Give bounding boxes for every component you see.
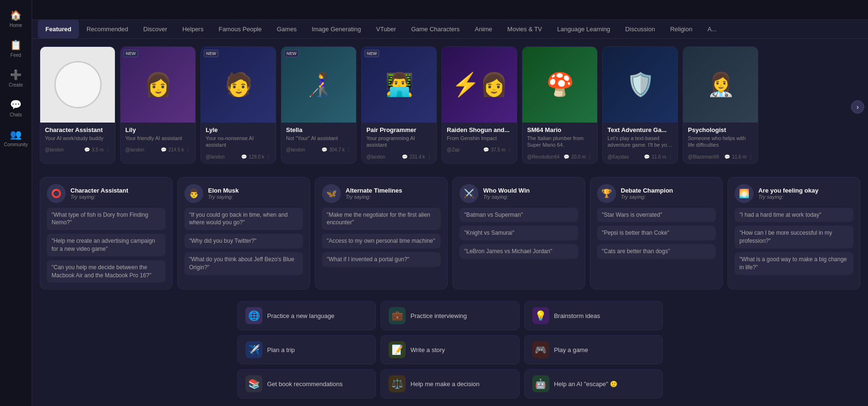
- more-icon[interactable]: ⋮: [668, 154, 673, 159]
- ts-prompt[interactable]: "Make me the negotiator for the first al…: [322, 208, 441, 230]
- more-icon[interactable]: ⋮: [105, 147, 110, 152]
- ts-title: Alternate Timelines Try saying:: [346, 187, 402, 200]
- ts-prompt[interactable]: "I had a hard time at work today": [735, 208, 853, 222]
- new-badge: NEW: [365, 50, 379, 57]
- chat-icon: 💬: [644, 154, 650, 159]
- cards-container: Character Assistant Your AI work/study b…: [40, 46, 860, 168]
- tab-discover[interactable]: Discover: [136, 20, 175, 38]
- character-card-lyle[interactable]: 🧑 NEW Lyle Your no-nonsense AI assistant…: [200, 46, 276, 164]
- quick-action-qa-decision[interactable]: ⚖️ Help me make a decision: [381, 369, 519, 398]
- card-stats: 💬 231.4 k ⋮: [402, 154, 432, 159]
- card-footer: @Blazeman98 💬 11.6 m ⋮: [683, 152, 758, 163]
- more-icon[interactable]: ⋮: [748, 154, 753, 159]
- more-icon[interactable]: ⋮: [266, 154, 271, 159]
- more-icon[interactable]: ⋮: [186, 147, 191, 152]
- tab-discussion[interactable]: Discussion: [618, 20, 663, 38]
- card-info: Stella Not "Your" AI assistant: [281, 123, 356, 145]
- character-card-text-adventure[interactable]: 🛡️ Text Adventure Ga... Let's play a tex…: [602, 46, 678, 164]
- character-card-lily[interactable]: 👩 NEW Lily Your friendly AI assistant @l…: [120, 46, 196, 164]
- tab-more[interactable]: A...: [700, 20, 724, 38]
- more-icon[interactable]: ⋮: [588, 154, 592, 159]
- quick-action-qa-trip[interactable]: ✈️ Plan a trip: [237, 335, 376, 364]
- ts-name: Alternate Timelines: [346, 187, 402, 194]
- character-card-raiden[interactable]: ⚡👩 Raiden Shogun and... From Genshin Imp…: [442, 46, 517, 164]
- more-icon[interactable]: ⋮: [427, 154, 432, 159]
- try-saying-card-elon-musk-ts[interactable]: 👨 Elon Musk Try saying: "If you could go…: [177, 177, 310, 290]
- ts-header: 🦋 Alternate Timelines Try saying:: [322, 184, 441, 203]
- ts-prompt[interactable]: "Knight vs Samurai": [460, 226, 578, 240]
- tab-anime[interactable]: Anime: [467, 20, 500, 38]
- card-name: SM64 Mario: [527, 126, 592, 133]
- tab-game-chars[interactable]: Game Characters: [404, 20, 468, 38]
- card-info: Lily Your friendly AI assistant: [121, 123, 195, 145]
- quick-action-qa-escape[interactable]: 🤖 Help an AI "escape" 🙂: [524, 369, 663, 398]
- ts-prompt[interactable]: "How can I be more successful in my prof…: [735, 226, 853, 248]
- ts-prompt[interactable]: "What is a good way to make a big change…: [735, 252, 853, 275]
- card-footer: @landon 💬 129.0 k ⋮: [201, 152, 276, 163]
- card-desc: Your AI work/study buddy: [45, 135, 110, 141]
- card-author: @landon: [206, 154, 225, 159]
- ts-prompt[interactable]: "Can you help me decide between the Macb…: [47, 260, 165, 283]
- ts-prompts: "Make me the negotiator for the first al…: [322, 208, 441, 267]
- ts-prompt[interactable]: "Batman vs Superman": [460, 208, 578, 222]
- quick-action-qa-language[interactable]: 🌐 Practice a new language: [237, 301, 376, 330]
- character-card-mario[interactable]: 🍄 SM64 Mario The Italian plumber from Su…: [522, 46, 598, 164]
- ts-prompts: "I had a hard time at work today" "How c…: [735, 208, 853, 275]
- character-card-pair-programmer[interactable]: 👨‍💻 NEW Pair Programmer Your programming…: [361, 46, 437, 164]
- next-arrow[interactable]: ›: [851, 100, 864, 114]
- tab-religion[interactable]: Religion: [662, 20, 700, 38]
- more-icon[interactable]: ⋮: [507, 147, 512, 152]
- ts-prompt[interactable]: "Cats are better than dogs": [597, 244, 716, 259]
- ts-prompt[interactable]: "Help me create an advertising campaign …: [47, 234, 165, 256]
- tab-featured[interactable]: Featured: [38, 20, 79, 38]
- tab-helpers[interactable]: Helpers: [175, 20, 211, 38]
- tab-movies-tv[interactable]: Movies & TV: [500, 20, 549, 38]
- ts-prompt[interactable]: "Star Wars is overrated": [597, 208, 716, 222]
- tab-vtuber[interactable]: VTuber: [368, 20, 403, 38]
- more-icon[interactable]: ⋮: [347, 147, 351, 152]
- tab-famous[interactable]: Famous People: [211, 20, 269, 38]
- card-info: SM64 Mario The Italian plumber from Supe…: [522, 123, 597, 152]
- card-info: Raiden Shogun and... From Genshin Impact: [442, 123, 517, 145]
- tab-recommended[interactable]: Recommended: [79, 20, 136, 38]
- ts-prompt[interactable]: "Why did you buy Twitter?": [184, 234, 303, 248]
- quick-action-qa-interview[interactable]: 💼 Practice interviewing: [381, 301, 519, 330]
- quick-action-qa-story[interactable]: 📝 Write a story: [381, 335, 519, 364]
- tab-image[interactable]: Image Generating: [304, 20, 368, 38]
- card-stats: 💬 11.6 m ⋮: [644, 154, 673, 159]
- ts-prompt[interactable]: "LeBron James vs Michael Jordan": [460, 244, 578, 259]
- ts-prompt[interactable]: "What do you think about Jeff Bezo's Blu…: [184, 252, 303, 275]
- quick-action-qa-books[interactable]: 📚 Get book recommendations: [237, 369, 376, 398]
- sidebar-item-create[interactable]: ➕ Create: [0, 65, 32, 91]
- try-saying-card-feeling-okay-ts[interactable]: 🌅 Are you feeling okay Try saying: "I ha…: [728, 177, 860, 290]
- chat-icon: 💬: [483, 147, 489, 152]
- character-card-psychologist[interactable]: 👩‍⚕️ Psychologist Someone who helps with…: [683, 46, 758, 164]
- sidebar-item-home[interactable]: 🏠 Home: [0, 6, 32, 32]
- try-saying-card-debate-champion-ts[interactable]: 🏆 Debate Champion Try saying: "Star Wars…: [590, 177, 723, 290]
- card-footer: @Kayslav 💬 11.6 m ⋮: [603, 152, 677, 163]
- qa-label: Practice a new language: [267, 312, 334, 319]
- sidebar-item-feed[interactable]: 📋 Feed: [0, 35, 32, 62]
- character-card-char-assistant[interactable]: Character Assistant Your AI work/study b…: [40, 46, 115, 164]
- ts-prompt[interactable]: "If you could go back in time, when and …: [184, 208, 303, 230]
- ts-prompt[interactable]: "Access to my own personal time machine": [322, 234, 441, 248]
- try-saying-card-alternate-timelines-ts[interactable]: 🦋 Alternate Timelines Try saying: "Make …: [315, 177, 448, 290]
- sidebar-item-chats[interactable]: 💬 Chats: [0, 95, 32, 121]
- card-author: @landon: [125, 147, 144, 152]
- ts-title: Are you feeling okay Try saying:: [758, 187, 818, 200]
- ts-prompt[interactable]: "Pepsi is better than Coke": [597, 226, 716, 240]
- qa-icon: 🤖: [532, 375, 549, 392]
- sidebar-item-community[interactable]: 👥 Community: [0, 125, 32, 151]
- character-card-stella[interactable]: 👩‍🦯 NEW Stella Not "Your" AI assistant @…: [281, 46, 356, 164]
- try-saying-card-char-assistant-ts[interactable]: ⭕ Character Assistant Try saying: "What …: [40, 177, 173, 290]
- ts-prompt[interactable]: "What type of fish is Dory from Finding …: [47, 208, 165, 230]
- quick-action-qa-game[interactable]: 🎮 Play a game: [524, 335, 663, 364]
- card-desc: Your friendly AI assistant: [125, 135, 191, 141]
- tab-language[interactable]: Language Learning: [550, 20, 618, 38]
- ts-prompt[interactable]: "What if I invented a portal gun?": [322, 252, 441, 267]
- try-saying-card-who-would-win-ts[interactable]: ⚔️ Who Would Win Try saying: "Batman vs …: [452, 177, 585, 290]
- qa-icon: ⚖️: [389, 375, 406, 392]
- quick-action-qa-brainstorm[interactable]: 💡 Brainstorm ideas: [524, 301, 663, 330]
- card-footer: @Revolution64 💬 20.0 m ⋮: [522, 152, 597, 163]
- tab-games[interactable]: Games: [269, 20, 304, 38]
